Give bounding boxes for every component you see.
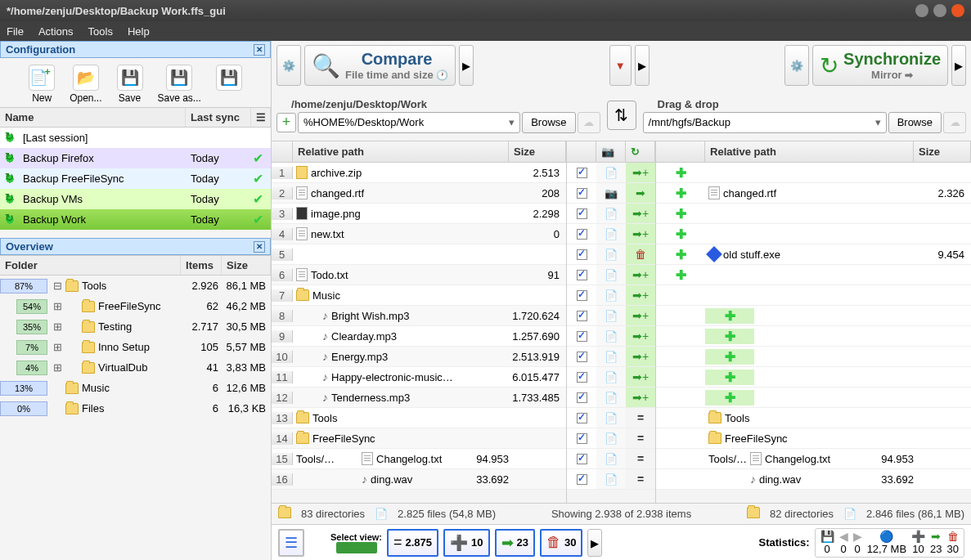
action-icon[interactable]: =	[626, 449, 655, 469]
save-batch-button[interactable]: 💾	[211, 63, 247, 105]
saveas-button[interactable]: 💾Save as...	[153, 63, 206, 105]
action-row[interactable]: 📄 ➡+	[567, 367, 655, 388]
file-row[interactable]: 9 ♪Clearday.mp3 1.257.690	[272, 326, 566, 347]
file-row[interactable]: 7 Music	[272, 285, 566, 306]
compare-button[interactable]: 🔍 CompareFile time and size 🕐	[304, 45, 456, 86]
file-row[interactable]: 12 ♪Tenderness.mp3 1.733.485	[272, 388, 566, 408]
sync-direction-icon[interactable]: ↻	[626, 141, 655, 162]
file-row[interactable]: ✚	[656, 265, 971, 285]
filter-button[interactable]: ▼	[609, 45, 632, 86]
file-row[interactable]: 4 new.txt 0	[272, 224, 566, 244]
file-row[interactable]: ✚	[656, 388, 971, 408]
maximize-button[interactable]	[933, 4, 946, 17]
config-item[interactable]: Backup VMs Today ✔	[0, 189, 271, 209]
view-equal-button[interactable]: =2.875	[387, 529, 438, 557]
file-row[interactable]: 5	[272, 244, 566, 265]
category-icon[interactable]: 📷	[596, 141, 626, 162]
expand-icon[interactable]: ⊟	[49, 280, 65, 292]
expand-icon[interactable]: ⊞	[49, 300, 65, 312]
col-lastsync[interactable]: Last sync	[186, 108, 251, 127]
overview-row[interactable]: 0% Files 616,3 KB	[0, 398, 271, 419]
overview-row[interactable]: 54% ⊞ FreeFileSync 6246,2 MB	[0, 296, 271, 316]
overview-row[interactable]: 4% ⊞ VirtualDub 413,83 MB	[0, 357, 271, 378]
action-row[interactable]: 📄 ➡+	[567, 163, 655, 183]
file-row[interactable]: 16 ♪ding.wav33.692	[272, 469, 566, 490]
view-update-button[interactable]: ➡23	[495, 529, 535, 557]
col-folder[interactable]: Folder	[0, 256, 181, 275]
action-row[interactable]: 📄 ➡+	[567, 306, 655, 326]
chevron-down-icon[interactable]: ▾	[509, 116, 515, 128]
chevron-down-icon[interactable]: ▾	[875, 116, 881, 128]
file-row[interactable]: 10 ♪Energy.mp3 2.513.919	[272, 347, 566, 367]
overview-row[interactable]: 87% ⊟ Tools 2.92686,1 MB	[0, 276, 271, 296]
action-icon[interactable]: ➡+	[626, 204, 655, 224]
file-row[interactable]: ✚ changed.rtf 2.326	[656, 183, 971, 204]
file-row[interactable]: Tools	[656, 408, 971, 428]
menu-file[interactable]: File	[7, 25, 24, 38]
action-icon[interactable]: ➡+	[626, 285, 655, 306]
file-row[interactable]: 15 Tools/…Changelog.txt94.953	[272, 449, 566, 469]
include-checkbox[interactable]	[577, 331, 587, 342]
right-path-input[interactable]: /mnt/hgfs/Backup▾	[643, 112, 887, 133]
action-row[interactable]: 📄 =	[567, 449, 655, 469]
action-icon[interactable]: ➡+	[626, 388, 655, 408]
include-checkbox[interactable]	[577, 433, 587, 444]
action-icon[interactable]: ➡+	[626, 224, 655, 244]
col-items[interactable]: Items	[181, 256, 222, 275]
menu-help[interactable]: Help	[128, 25, 150, 38]
action-icon[interactable]: ➡+	[626, 367, 655, 388]
col-size[interactable]: Size	[222, 256, 271, 275]
file-row[interactable]	[656, 285, 971, 306]
config-item[interactable]: Backup FreeFileSync Today ✔	[0, 168, 271, 189]
action-icon[interactable]: ➡+	[626, 163, 655, 183]
file-row[interactable]: 2 changed.rtf 208	[272, 183, 566, 204]
menu-tools[interactable]: Tools	[88, 25, 113, 38]
action-row[interactable]: 📄 =	[567, 428, 655, 449]
expand-icon[interactable]: ⊞	[49, 320, 65, 333]
view-list-button[interactable]: ☰	[278, 529, 304, 557]
include-checkbox[interactable]	[577, 413, 587, 423]
add-pair-button[interactable]: +	[276, 113, 296, 132]
config-item[interactable]: [Last session]	[0, 128, 271, 148]
view-more-button[interactable]: ▸	[587, 529, 602, 557]
file-row[interactable]: Tools/…Changelog.txt94.953	[656, 449, 971, 469]
file-row[interactable]: ✚	[656, 326, 971, 347]
file-row[interactable]: FreeFileSync	[656, 428, 971, 449]
overview-row[interactable]: 35% ⊞ Testing 2.71730,5 MB	[0, 316, 271, 337]
include-checkbox[interactable]	[577, 352, 587, 362]
action-row[interactable]: 📄 ➡+	[567, 265, 655, 285]
action-row[interactable]: 📄 ➡+	[567, 204, 655, 224]
file-row[interactable]: ✚	[656, 306, 971, 326]
close-button[interactable]	[951, 4, 964, 17]
compare-settings-button[interactable]: ⚙️	[276, 45, 301, 86]
action-icon[interactable]: ➡+	[626, 347, 655, 367]
sync-settings-button[interactable]: ⚙️	[784, 45, 809, 86]
overview-row[interactable]: 7% ⊞ Inno Setup 1055,57 MB	[0, 337, 271, 357]
menu-actions[interactable]: Actions	[38, 25, 74, 38]
file-row[interactable]: 14 FreeFileSync	[272, 428, 566, 449]
config-item[interactable]: Backup Firefox Today ✔	[0, 148, 271, 168]
col-relpath-left[interactable]: Relative path	[293, 141, 509, 162]
file-row[interactable]: ✚ old stuff.exe 9.454	[656, 244, 971, 265]
close-overview-icon[interactable]: ✕	[254, 241, 265, 253]
file-row[interactable]: ♪ding.wav33.692	[656, 469, 971, 490]
action-icon[interactable]: ➡+	[626, 265, 655, 285]
action-row[interactable]: 📄 🗑	[567, 244, 655, 265]
action-row[interactable]: 📄 ➡+	[567, 224, 655, 244]
include-checkbox[interactable]	[577, 372, 587, 383]
action-icon[interactable]: 🗑	[626, 244, 655, 265]
file-row[interactable]: 8 ♪Bright Wish.mp3 1.720.624	[272, 306, 566, 326]
include-checkbox[interactable]	[577, 188, 587, 199]
synchronize-button[interactable]: ↻ SynchronizeMirror ➡	[812, 45, 948, 86]
action-row[interactable]: 📄 ➡+	[567, 347, 655, 367]
col-options-icon[interactable]: ☰	[251, 108, 271, 127]
action-icon[interactable]: ➡+	[626, 306, 655, 326]
action-row[interactable]: 📄 ➡+	[567, 326, 655, 347]
include-checkbox[interactable]	[577, 270, 587, 280]
config-item[interactable]: Backup Work Today ✔	[0, 209, 271, 230]
include-checkbox[interactable]	[577, 229, 587, 240]
action-row[interactable]: 📄 ➡+	[567, 388, 655, 408]
action-icon[interactable]: =	[626, 469, 655, 490]
action-row[interactable]: 📄 =	[567, 469, 655, 490]
swap-sides-button[interactable]: ⇅	[607, 101, 636, 130]
